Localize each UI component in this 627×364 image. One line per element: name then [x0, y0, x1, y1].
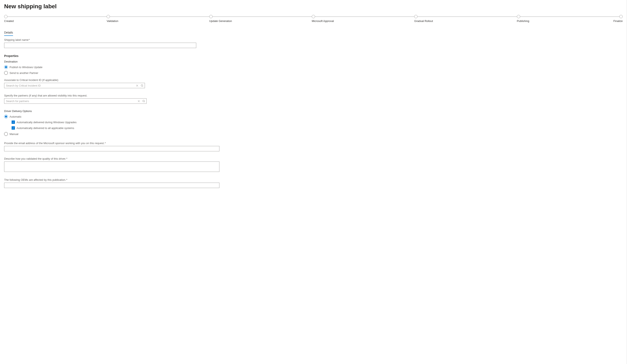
svg-point-0	[141, 85, 143, 86]
progress-stepper: Created Validation Update Generation Mic…	[4, 15, 623, 23]
affected-oems-input[interactable]	[4, 183, 219, 188]
partners-search-input[interactable]	[4, 98, 147, 104]
radio-send-another-partner[interactable]: Send to another Partner	[4, 71, 623, 75]
step-publishing: Publishing	[517, 15, 619, 23]
validation-description-label: Describe how you validated the quality o…	[4, 157, 623, 160]
tab-bar: Details	[4, 31, 623, 36]
page-viewport[interactable]: New shipping label Created Validation Up…	[0, 0, 627, 364]
content-container: New shipping label Created Validation Up…	[0, 0, 627, 364]
step-finalize: Finalize	[619, 15, 623, 23]
clear-icon[interactable]	[135, 84, 139, 87]
radio-delivery-manual[interactable]: Manual	[4, 132, 623, 136]
step-microsoft-approval: Microsoft Approval	[312, 15, 414, 23]
step-circle-icon	[209, 15, 212, 18]
checkbox-icon: ✓	[12, 120, 15, 124]
tab-details[interactable]: Details	[4, 31, 13, 36]
step-circle-icon	[517, 15, 520, 18]
checkbox-auto-windows-upgrades[interactable]: ✓ Automatically delivered during Windows…	[12, 120, 623, 124]
radio-icon	[4, 132, 8, 136]
critical-incident-search-input[interactable]	[4, 83, 145, 88]
page-title: New shipping label	[4, 3, 623, 10]
step-circle-icon	[4, 15, 7, 18]
partners-visibility-label: Specify the partners (if any) that are a…	[4, 94, 623, 97]
clear-icon[interactable]	[137, 99, 140, 103]
radio-delivery-automatic[interactable]: Automatic	[4, 115, 623, 118]
validation-description-textarea[interactable]	[4, 161, 219, 172]
critical-incident-label: Associate to Critical Incident ID (If ap…	[4, 78, 623, 82]
sponsor-email-input[interactable]	[4, 146, 219, 151]
properties-heading: Properties	[4, 54, 623, 57]
checkmark-icon: ✓	[12, 121, 14, 123]
step-circle-icon	[106, 15, 110, 18]
step-circle-icon	[312, 15, 315, 18]
destination-label: Destination	[4, 60, 623, 63]
checkbox-auto-all-systems[interactable]: ✓ Automatically delivered to all applica…	[12, 126, 623, 130]
radio-publish-windows-update[interactable]: Publish to Windows Update	[4, 65, 623, 69]
step-circle-icon	[619, 15, 623, 18]
shipping-label-name-input[interactable]	[4, 43, 196, 48]
checkbox-icon: ✓	[12, 126, 15, 130]
step-gradual-rollout: Gradual Rollout	[414, 15, 517, 23]
shipping-label-name-label: Shipping label name	[4, 38, 623, 41]
svg-point-1	[143, 100, 144, 102]
step-circle-icon	[414, 15, 418, 18]
radio-icon	[4, 65, 8, 69]
driver-delivery-label: Driver Delivery Options	[4, 109, 623, 113]
step-validation: Validation	[106, 15, 209, 23]
step-update-generation: Update Generation	[209, 15, 312, 23]
sponsor-email-label: Provide the email address of the Microso…	[4, 142, 623, 145]
search-icon[interactable]	[140, 84, 144, 87]
radio-icon	[4, 71, 8, 75]
affected-oems-label: The following OEMs are affected by this …	[4, 178, 623, 181]
radio-icon	[4, 115, 8, 118]
step-created: Created	[4, 15, 106, 23]
search-icon[interactable]	[142, 99, 145, 103]
checkmark-icon: ✓	[12, 127, 14, 129]
